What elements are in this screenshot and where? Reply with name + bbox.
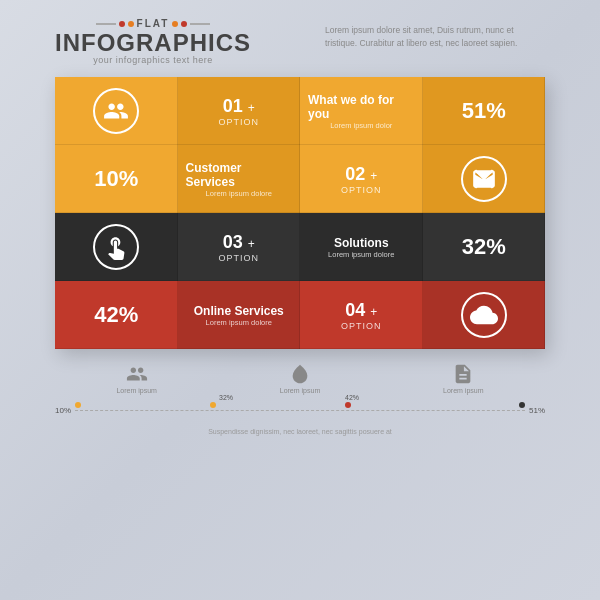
deco-dot-gold2 [172,21,178,27]
progress-val-10: 10% [55,406,71,415]
progress-row: 10% 32% 42% 51% [55,400,545,420]
deco-dot-red [119,21,125,27]
cell-r4c1: 42% [55,281,178,349]
cell-r1c4: 51% [423,77,546,145]
option-plus-1: + [248,101,255,115]
footer-doc-icon [452,363,474,385]
footer-icon-3: Lorem ipsum [443,363,483,394]
cell-r4c3: 04 + OPTION [300,281,423,349]
option-num-3: 03 [223,232,243,253]
cell-r4c2: Online Services Lorem ipsum dolore [178,281,301,349]
percent-51: 51% [462,98,506,124]
label-32: 32% [219,394,233,401]
cell-r2c1: 10% [55,145,178,213]
deco-line-right [190,23,210,25]
option-label-1: OPTION [218,117,259,127]
cell-r4c4 [423,281,546,349]
footer-icon-label-2: Lorem ipsum [280,387,320,394]
cell-r1c1 [55,77,178,145]
hand-icon [103,234,129,260]
content-sub-2: Lorem ipsum dolore [206,189,272,198]
footer-icon-label-3: Lorem ipsum [443,387,483,394]
footer: Lorem ipsum Lorem ipsum Lorem ipsum 10% … [55,363,545,435]
hand-icon-circle [93,224,139,270]
footer-caption: Suspendisse dignissim, nec laoreet, nec … [55,428,545,435]
cloud-icon-circle [461,292,507,338]
header-description: Lorem ipsum dolore sit amet, Duis rutrum… [325,18,545,50]
dot-42 [345,402,351,408]
people-icon-circle [93,88,139,134]
content-title-3: Solutions [334,236,389,250]
cell-r2c4 [423,145,546,213]
footer-icon-1: Lorem ipsum [116,363,156,394]
option-row-4: 04 + [345,300,377,321]
percent-32: 32% [462,234,506,260]
option-label-3: OPTION [218,253,259,263]
percent-10: 10% [94,166,138,192]
cloud-icon [470,301,498,329]
mail-icon-circle [461,156,507,202]
content-sub-3: Lorem ipsum dolore [328,250,394,259]
label-42: 42% [345,394,359,401]
option-num-4: 04 [345,300,365,321]
option-row-2: 02 + [345,164,377,185]
header-subtitle: your infographics text here [93,55,213,65]
cell-r3c1 [55,213,178,281]
cell-r3c2: 03 + OPTION [178,213,301,281]
option-row-3: 03 + [223,232,255,253]
content-sub-4: Lorem ipsum dolore [206,318,272,327]
dot-10 [75,402,81,408]
cell-r2c2: Customer Services Lorem ipsum dolore [178,145,301,213]
infographic-grid: 01 + OPTION What we do for you Lorem ips… [55,77,545,349]
flat-label: FLAT [137,18,170,29]
option-num-2: 02 [345,164,365,185]
progress-val-51: 51% [529,406,545,415]
mail-icon [471,166,497,192]
dot-51 [519,402,525,408]
content-title-1: What we do for you [308,93,415,121]
footer-drop-icon [289,363,311,385]
cell-r3c4: 32% [423,213,546,281]
dot-32 [210,402,216,408]
option-label-2: OPTION [341,185,382,195]
cell-r1c3: What we do for you Lorem ipsum dolor [300,77,423,145]
content-sub-1: Lorem ipsum dolor [330,121,392,130]
deco-dot-gold [128,21,134,27]
option-row-1: 01 + [223,96,255,117]
footer-icons: Lorem ipsum Lorem ipsum Lorem ipsum [55,363,545,394]
footer-people-icon [126,363,148,385]
option-plus-2: + [370,169,377,183]
footer-icon-label-1: Lorem ipsum [116,387,156,394]
deco-dot-red2 [181,21,187,27]
header-decoration: FLAT [96,18,211,29]
main-title: INFOGRAPHICS [55,31,251,55]
people-icon [103,98,129,124]
option-label-4: OPTION [341,321,382,331]
percent-42: 42% [94,302,138,328]
header: FLAT INFOGRAPHICS your infographics text… [0,0,600,73]
option-plus-4: + [370,305,377,319]
footer-icon-2: Lorem ipsum [280,363,320,394]
deco-line-left [96,23,116,25]
cell-r1c2: 01 + OPTION [178,77,301,145]
cell-r2c3: 02 + OPTION [300,145,423,213]
content-title-2: Customer Services [186,161,293,189]
option-plus-3: + [248,237,255,251]
content-title-online-services: Online Services [194,304,284,318]
header-left: FLAT INFOGRAPHICS your infographics text… [55,18,251,65]
option-num-1: 01 [223,96,243,117]
cell-r3c3: Solutions Lorem ipsum dolore [300,213,423,281]
